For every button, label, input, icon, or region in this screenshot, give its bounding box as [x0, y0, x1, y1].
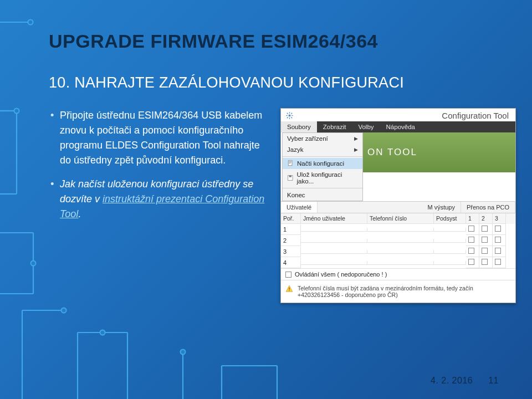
- checkbox[interactable]: [285, 272, 291, 278]
- warning-note: Telefonní čísla musí být zadána v meziná…: [281, 280, 515, 303]
- step-heading: 10. NAHRAJTE ZAZÁLOHOVANOU KONFIGURACI: [49, 74, 532, 91]
- warning-icon: [285, 285, 293, 293]
- svg-line-29: [287, 117, 288, 118]
- svg-rect-32: [289, 161, 291, 162]
- menu-bar[interactable]: Soubory Zobrazit Volby Nápověda: [281, 121, 515, 132]
- save-icon: [287, 175, 293, 181]
- svg-point-22: [289, 115, 291, 117]
- svg-rect-36: [289, 176, 291, 177]
- menu-options[interactable]: Volby: [352, 121, 380, 132]
- menu-help[interactable]: Nápověda: [380, 121, 421, 132]
- menu-item-save-config[interactable]: Ulož konfiguraci jako...: [283, 169, 362, 187]
- svg-line-27: [287, 113, 288, 114]
- menu-item-exit[interactable]: Konec: [283, 190, 362, 201]
- svg-rect-33: [289, 162, 291, 163]
- menu-item-language[interactable]: Jazyk▶: [283, 144, 362, 155]
- tab-outputs[interactable]: M výstupy: [422, 202, 461, 213]
- bullet-list: Připojte ústřednu ESIM264/364 USB kabele…: [49, 108, 270, 303]
- banner: ON TOOL: [363, 132, 515, 172]
- svg-line-30: [291, 113, 292, 114]
- table-row: 1: [281, 224, 515, 235]
- menu-item-load-config[interactable]: Načti konfiguraci: [283, 158, 362, 169]
- document-icon: [287, 160, 294, 167]
- svg-rect-34: [289, 163, 290, 163]
- sub-tabs: Uživatelé M výstupy Přenos na PCO: [281, 201, 515, 213]
- footer-date: 4. 2. 2016: [431, 376, 473, 386]
- bullet-2: Jak načíst uloženou konfiguraci ústředny…: [49, 177, 270, 222]
- svg-rect-38: [289, 288, 289, 290]
- table-row: 3: [281, 246, 515, 257]
- user-table: Poř.Jméno uživateleTelefonní čísloPodsys…: [281, 213, 515, 268]
- checkbox[interactable]: [468, 226, 474, 232]
- svg-line-28: [291, 117, 292, 118]
- tab-users[interactable]: Uživatelé: [281, 202, 318, 213]
- bullet-1: Připojte ústřednu ESIM264/364 USB kabele…: [49, 108, 270, 168]
- footer-page: 11: [488, 376, 499, 386]
- menu-view[interactable]: Zobrazit: [317, 121, 352, 132]
- table-row: 4: [281, 257, 515, 268]
- window-title: Configuration Tool: [297, 111, 511, 120]
- menu-item-select-device[interactable]: Vyber zařízení▶: [283, 133, 362, 144]
- screenshot: Configuration Tool Soubory Zobrazit Volb…: [280, 108, 516, 303]
- page-title: UPGRADE FIRMWARE ESIM264/364: [49, 30, 532, 52]
- table-row: 2: [281, 235, 515, 246]
- menu-files[interactable]: Soubory: [281, 121, 317, 132]
- tab-pco[interactable]: Přenos na PCO: [461, 202, 515, 213]
- svg-rect-39: [289, 290, 289, 291]
- gear-icon: [285, 111, 294, 120]
- file-menu-dropdown: Vyber zařízení▶ Jazyk▶ Načti konfiguraci…: [282, 132, 363, 201]
- control-all-check[interactable]: Ovládání všem ( nedoporučeno ! ): [281, 268, 515, 280]
